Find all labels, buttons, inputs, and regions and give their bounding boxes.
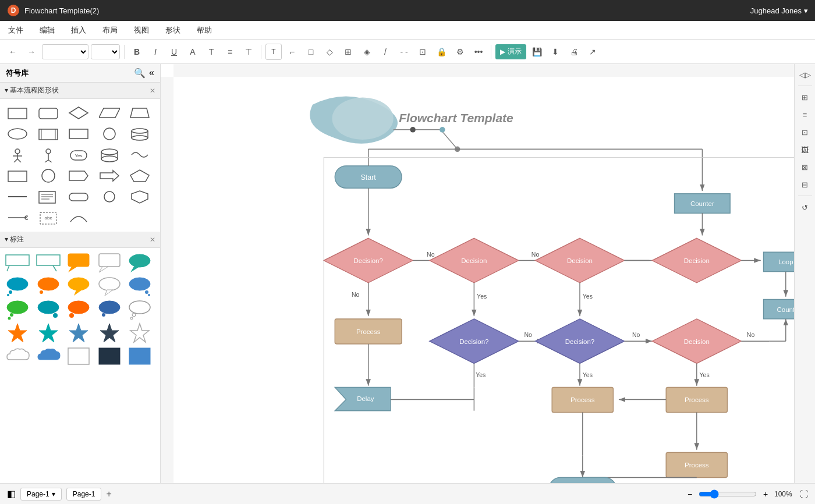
shape-cylinder[interactable] [127, 125, 153, 143]
valign-button[interactable]: ⊤ [240, 44, 257, 60]
shape-double-rect[interactable] [36, 125, 61, 143]
undo-button[interactable]: ← [5, 44, 21, 60]
shape-decision-yes[interactable]: Yes [66, 145, 91, 164]
section-callouts[interactable]: ▾ 标注 ✕ [0, 232, 160, 248]
shape-text-box[interactable]: abc [36, 208, 61, 227]
crop-button[interactable]: ⊡ [414, 44, 431, 60]
dash-button[interactable]: - - [396, 44, 412, 60]
more-button[interactable]: ••• [470, 44, 487, 60]
flowchart-svg[interactable]: Flowchart Template Start Decision? [173, 77, 794, 483]
canvas-wrapper[interactable]: Flowchart Template Start Decision? [161, 64, 794, 483]
callout-star-white[interactable] [127, 322, 153, 343]
callout-bubble-green[interactable] [127, 253, 153, 274]
shape-tag[interactable] [66, 166, 91, 185]
page-tab-1-chevron[interactable]: ▾ [52, 490, 55, 498]
align-button[interactable]: ≡ [222, 44, 238, 60]
rect-button[interactable]: □ [303, 44, 319, 60]
rp-properties-btn[interactable]: ⊡ [797, 124, 813, 140]
fill-button[interactable]: ◈ [359, 44, 375, 60]
shape-arrow-right[interactable] [97, 166, 122, 185]
page-tab-2[interactable]: Page-1 [66, 488, 102, 501]
shape-trapezoid[interactable] [127, 104, 153, 122]
callout-line2[interactable] [36, 253, 61, 274]
search-icon[interactable]: 🔍 [134, 68, 146, 79]
callout-bubble-white[interactable] [97, 276, 122, 297]
collapse-icon[interactable]: « [149, 68, 154, 79]
callout-dark-blue[interactable] [97, 299, 122, 320]
callout-bubble-yellow[interactable] [66, 276, 91, 297]
rp-expand-btn[interactable]: ◁▷ [797, 66, 813, 83]
size-dropdown[interactable] [91, 44, 120, 59]
section-flowshapes[interactable]: ▾ 基本流程图形状 ✕ [0, 83, 160, 99]
bold-button[interactable]: B [129, 44, 145, 60]
callout-bubble-blue[interactable] [127, 276, 153, 297]
extra-button[interactable]: ⚙ [452, 44, 468, 60]
italic-button[interactable]: I [147, 44, 164, 60]
section-flowshapes-close[interactable]: ✕ [150, 87, 155, 95]
rp-image-btn[interactable]: 🖼 [797, 141, 813, 158]
rp-table-btn[interactable]: ⊟ [797, 176, 813, 193]
underline-button[interactable]: U [166, 44, 182, 60]
shape-diamond[interactable] [66, 104, 91, 122]
download-button[interactable]: ⬇ [547, 44, 564, 60]
page-tab-1[interactable]: Page-1 ▾ [20, 488, 62, 501]
zoom-in-button[interactable]: + [759, 488, 772, 501]
shape-circle2[interactable] [36, 166, 61, 185]
shape-shield[interactable] [127, 187, 153, 206]
shape-pentagon[interactable] [127, 166, 153, 185]
save-button[interactable]: 💾 [529, 44, 545, 60]
callout-orange-lg[interactable] [66, 299, 91, 320]
add-page-button[interactable]: + [106, 489, 111, 499]
callout-teal-lg[interactable] [36, 299, 61, 320]
shape-button[interactable]: ◇ [321, 44, 338, 60]
zoom-slider[interactable] [699, 489, 757, 499]
rp-undo2-btn[interactable]: ↺ [797, 199, 813, 215]
shape-person[interactable] [5, 145, 30, 164]
menu-help[interactable]: 帮助 [193, 23, 215, 38]
shape-parallelogram[interactable] [97, 104, 122, 122]
menu-file[interactable]: 文件 [5, 23, 27, 38]
canvas[interactable]: Flowchart Template Start Decision? [173, 77, 794, 483]
user-chevron[interactable]: ▾ [804, 6, 808, 15]
shape-connector[interactable] [5, 208, 30, 227]
callout-star-teal[interactable] [36, 322, 61, 343]
rp-layers-btn[interactable]: ≡ [797, 107, 813, 123]
zoom-out-button[interactable]: − [683, 488, 696, 501]
shape-drum[interactable] [97, 145, 122, 164]
fullscreen-button[interactable]: ⛶ [800, 489, 808, 499]
callout-star-orange[interactable] [5, 322, 30, 343]
section-callouts-close[interactable]: ✕ [150, 236, 155, 244]
shape-manual[interactable] [66, 125, 91, 143]
callout-star-blue[interactable] [66, 322, 91, 343]
rp-grid-btn[interactable]: ⊞ [797, 89, 813, 105]
callout-square-dk-blue[interactable] [97, 346, 122, 367]
callout-white-lg[interactable] [127, 299, 153, 320]
shape-tape[interactable] [127, 145, 153, 164]
menu-view[interactable]: 视图 [130, 23, 153, 38]
present-button[interactable]: ▶ 演示 [495, 44, 526, 59]
shape-rounded-rect[interactable] [36, 104, 61, 122]
callout-star-dk-blue[interactable] [97, 322, 122, 343]
callout-speech-orange[interactable] [66, 253, 91, 274]
print-button[interactable]: 🖨 [566, 44, 582, 60]
shape-rect[interactable] [5, 104, 30, 122]
callout-cloud-white[interactable] [5, 346, 30, 367]
connector-button[interactable]: ⌐ [284, 44, 300, 60]
menu-insert[interactable]: 插入 [68, 23, 90, 38]
shape-note[interactable] [36, 187, 61, 206]
callout-cloud-blue[interactable] [36, 346, 61, 367]
shape-actor[interactable] [36, 145, 61, 164]
callout-square-blue[interactable] [127, 346, 153, 367]
callout-bubble-teal[interactable] [5, 276, 30, 297]
shape-process2[interactable] [5, 166, 30, 185]
rp-format-btn[interactable]: ⊠ [797, 159, 813, 175]
table-button[interactable]: ⊞ [340, 44, 356, 60]
menu-shape[interactable]: 形状 [162, 23, 184, 38]
shape-line[interactable] [5, 187, 30, 206]
shape-oval[interactable] [5, 125, 30, 143]
share-button[interactable]: ↗ [584, 44, 601, 60]
shape-arc[interactable] [66, 208, 91, 227]
menu-edit[interactable]: 编辑 [36, 23, 58, 38]
lock-button[interactable]: 🔒 [433, 44, 449, 60]
text-button[interactable]: T [265, 44, 282, 60]
